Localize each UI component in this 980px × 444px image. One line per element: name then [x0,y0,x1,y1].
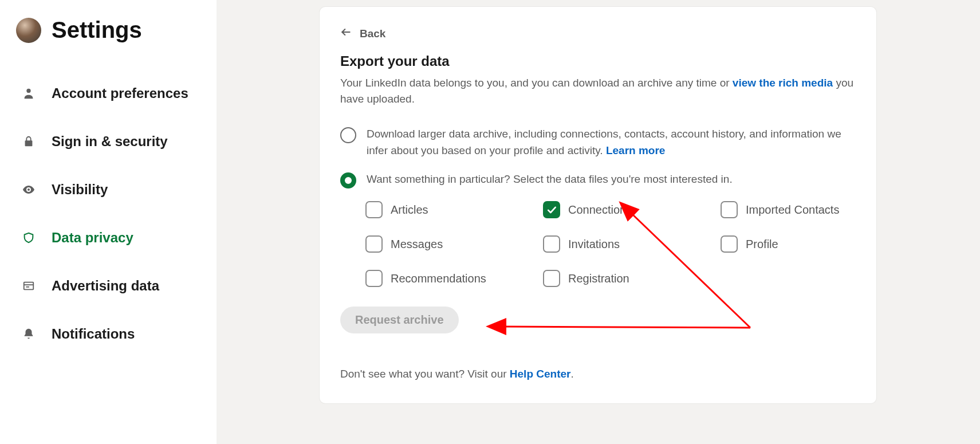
check-icon [546,204,557,215]
svg-line-7 [503,327,750,328]
option-larger-archive[interactable]: Download larger data archive, including … [340,126,856,159]
checkbox[interactable] [365,270,383,287]
sidebar-item-advertising-data[interactable]: Advertising data [16,262,200,310]
eye-icon [21,182,37,198]
check-label: Registration [568,272,629,285]
bell-icon [21,326,37,342]
sidebar-item-data-privacy[interactable]: Data privacy [16,214,200,262]
back-button[interactable]: Back [340,26,385,41]
sidebar-item-label: Notifications [52,326,135,342]
checkbox[interactable] [365,201,383,218]
arrow-left-icon [340,26,352,41]
option-select-files[interactable]: Want something in particular? Select the… [340,171,856,188]
settings-title: Settings [52,17,142,43]
main-content: Back Export your data Your LinkedIn data… [217,0,980,444]
checkbox[interactable] [721,201,738,218]
newspaper-icon [21,278,37,294]
checkbox[interactable] [543,270,560,287]
option-label: Want something in particular? Select the… [367,171,733,188]
check-articles[interactable]: Articles [365,201,543,218]
check-invitations[interactable]: Invitations [543,235,721,253]
check-label: Connections [568,203,632,217]
check-imported-contacts[interactable]: Imported Contacts [721,201,856,218]
check-connections[interactable]: Connections [543,201,721,218]
check-label: Recommendations [391,272,486,285]
checkbox[interactable] [543,235,560,253]
svg-rect-1 [24,282,34,290]
sidebar-item-notifications[interactable]: Notifications [16,310,200,358]
check-profile[interactable]: Profile [721,235,856,253]
check-recommendations[interactable]: Recommendations [365,270,543,287]
sidebar-item-label: Data privacy [52,230,133,246]
check-label: Messages [391,238,443,251]
learn-more-link[interactable]: Learn more [606,144,665,156]
sidebar-item-label: Sign in & security [52,133,168,150]
settings-sidebar: Settings Account preferences Sign in & s… [0,0,217,444]
check-label: Profile [746,238,778,251]
sidebar-item-visibility[interactable]: Visibility [16,166,200,214]
sidebar-header: Settings [16,17,200,43]
radio-button[interactable] [340,172,356,188]
sidebar-item-label: Advertising data [52,278,159,294]
check-messages[interactable]: Messages [365,235,543,253]
svg-point-0 [26,89,30,93]
check-label: Imported Contacts [746,203,839,217]
page-title: Export your data [340,53,856,69]
back-label: Back [360,27,385,40]
sidebar-item-label: Visibility [52,182,108,198]
check-label: Invitations [568,238,620,251]
data-files-grid: Articles Connections Imported Contacts M… [365,201,856,287]
help-footer: Don't see what you want? Visit our Help … [340,368,856,380]
view-rich-media-link[interactable]: view the rich media [733,77,833,89]
option-label: Download larger data archive, including … [367,126,856,159]
radio-button[interactable] [340,127,356,143]
check-registration[interactable]: Registration [543,270,721,287]
person-icon [21,85,37,101]
lock-icon [21,133,37,150]
checkbox[interactable] [543,201,560,218]
export-data-card: Back Export your data Your LinkedIn data… [320,7,876,403]
checkbox[interactable] [365,235,383,253]
avatar[interactable] [16,18,41,43]
page-description: Your LinkedIn data belongs to you, and y… [340,75,856,107]
help-center-link[interactable]: Help Center [510,368,571,380]
request-archive-button[interactable]: Request archive [340,307,459,333]
sidebar-item-account-preferences[interactable]: Account preferences [16,69,200,117]
checkbox[interactable] [721,235,738,253]
sidebar-item-label: Account preferences [52,85,188,101]
shield-icon [21,230,37,246]
sidebar-item-sign-in-security[interactable]: Sign in & security [16,117,200,166]
check-label: Articles [391,203,428,217]
